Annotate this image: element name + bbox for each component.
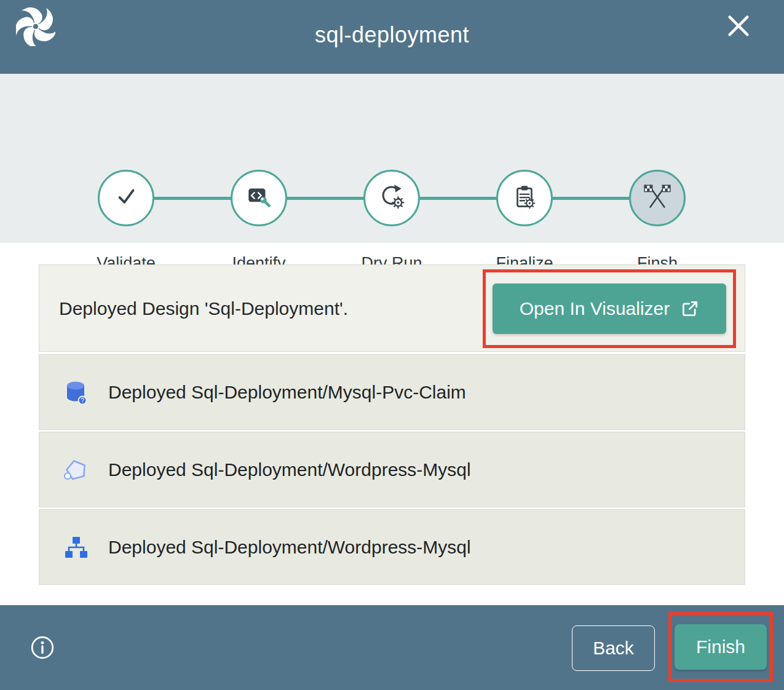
deployment-wizard-modal: sql-deployment ValidateDesign [0, 0, 784, 690]
check-icon [112, 183, 140, 213]
deployment-row-text: Deployed Sql-Deployment/Wordpress-Mysql [108, 459, 471, 480]
deployment-row-wordpress-mysql-1: Deployed Sql-Deployment/Wordpress-Mysql [39, 432, 745, 507]
deployment-row-wordpress-mysql-2: Deployed Sql-Deployment/Wordpress-Mysql [39, 509, 745, 585]
annotation-highlight-finish: Finish [668, 612, 773, 682]
topology-icon [61, 533, 91, 562]
deployment-row-text: Deployed Sql-Deployment/Wordpress-Mysql [108, 537, 471, 558]
clipboard-gear-icon [510, 183, 539, 213]
external-link-icon [681, 299, 699, 318]
step-finalize-deployment[interactable] [496, 170, 553, 226]
deployment-row-mysql-pvc-claim: ? Deployed Sql-Deployment/Mysql-Pvc-Clai… [39, 354, 745, 430]
modal-footer: Back Finish [0, 605, 784, 690]
close-icon[interactable] [724, 11, 753, 41]
step-identify-environments[interactable] [231, 170, 287, 226]
pentagon-icon [61, 455, 91, 485]
step-dry-run[interactable] [363, 170, 420, 226]
wizard-stepper: ValidateDesign IdentifyEnvironments [0, 74, 784, 243]
info-icon[interactable] [30, 635, 55, 660]
deployment-results: Deployed Design 'Sql-Deployment'. Open I… [39, 264, 745, 587]
annotation-highlight-visualizer: Open In Visualizer [483, 269, 736, 348]
open-in-visualizer-label: Open In Visualizer [520, 298, 670, 319]
deployed-design-text: Deployed Design 'Sql-Deployment'. [59, 265, 348, 352]
open-in-visualizer-button[interactable]: Open In Visualizer [493, 284, 726, 334]
finish-button[interactable]: Finish [675, 624, 767, 670]
back-button[interactable]: Back [572, 625, 655, 671]
checkered-flags-icon [643, 183, 671, 213]
deployment-row-text: Deployed Sql-Deployment/Mysql-Pvc-Claim [108, 382, 466, 403]
summary-row: Deployed Design 'Sql-Deployment'. Open I… [39, 264, 745, 352]
step-finish[interactable] [629, 170, 686, 226]
database-icon: ? [61, 378, 91, 407]
modal-title: sql-deployment [0, 22, 784, 48]
svg-text:?: ? [81, 397, 84, 403]
step-validate-design[interactable] [98, 170, 154, 226]
code-configure-icon [245, 183, 273, 213]
dry-run-icon [378, 183, 406, 213]
modal-header: sql-deployment [0, 0, 784, 74]
